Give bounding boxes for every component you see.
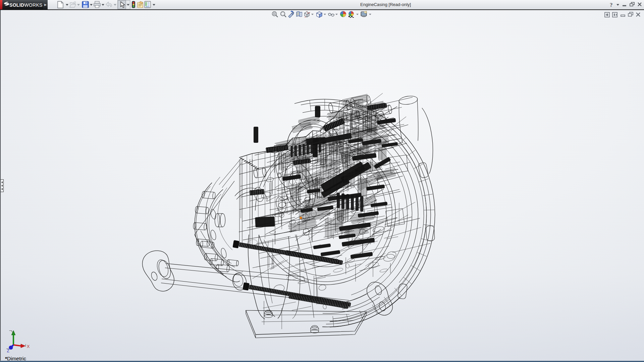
svg-text:Z: Z bbox=[7, 349, 10, 353]
svg-text:Y: Y bbox=[11, 330, 14, 335]
svg-text:?: ? bbox=[610, 2, 613, 8]
svg-text:X: X bbox=[27, 344, 30, 349]
